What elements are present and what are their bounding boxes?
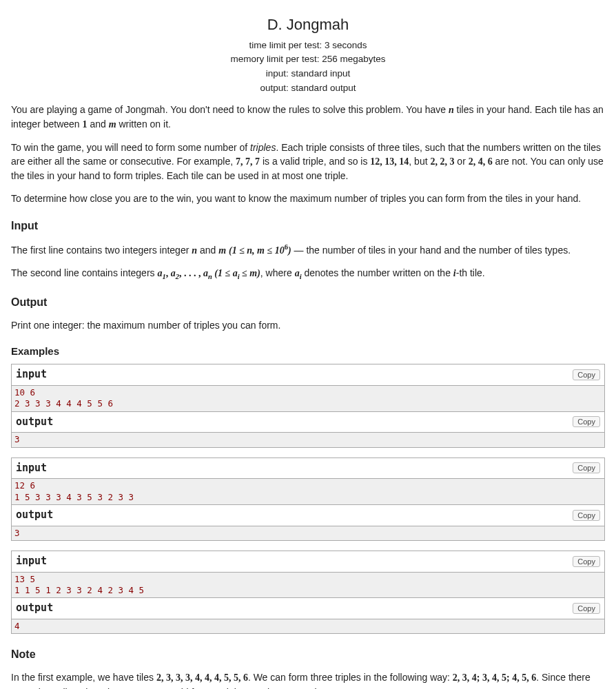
copy-button[interactable]: Copy <box>573 462 600 473</box>
input-header: inputCopy <box>11 551 605 573</box>
copy-button[interactable]: Copy <box>573 603 600 614</box>
input-heading: Input <box>11 218 605 234</box>
input-p1: The first line contains two integers int… <box>11 242 605 258</box>
input-body: 13 5 1 1 5 1 2 3 3 2 4 2 3 4 5 <box>11 573 605 599</box>
output-header: outputCopy <box>11 505 605 526</box>
input-body: 12 6 1 5 3 3 3 4 3 5 3 2 3 3 <box>11 479 605 505</box>
output-label: output <box>16 508 53 523</box>
example-block: inputCopy12 6 1 5 3 3 3 4 3 5 3 2 3 3out… <box>11 457 605 541</box>
copy-button[interactable]: Copy <box>573 416 600 427</box>
input-body: 10 6 2 3 3 3 4 4 4 5 5 6 <box>11 386 605 412</box>
input-label: input <box>16 367 47 382</box>
note-heading: Note <box>11 646 605 662</box>
memory-limit: memory limit per test: 256 megabytes <box>11 52 605 66</box>
input-file: input: standard input <box>11 67 605 81</box>
problem-title: D. Jongmah <box>11 14 605 36</box>
output-header: outputCopy <box>11 412 605 433</box>
output-header: outputCopy <box>11 598 605 619</box>
note-p1: In the first example, we have tiles 2, 3… <box>11 670 605 689</box>
copy-button[interactable]: Copy <box>573 369 600 380</box>
input-header: inputCopy <box>11 457 605 480</box>
statement-p2: To win the game, you will need to form s… <box>11 141 605 183</box>
example-block: inputCopy13 5 1 1 5 1 2 3 3 2 4 2 3 4 5o… <box>11 551 605 634</box>
output-file: output: standard output <box>11 81 605 95</box>
input-label: input <box>16 554 47 569</box>
input-header: inputCopy <box>11 364 605 386</box>
statement-p3: To determine how close you are to the wi… <box>11 192 605 205</box>
output-body: 3 <box>11 433 605 447</box>
copy-button[interactable]: Copy <box>573 510 600 521</box>
copy-button[interactable]: Copy <box>573 556 600 567</box>
problem-statement: You are playing a game of Jongmah. You d… <box>11 103 605 689</box>
problem-header: D. Jongmah time limit per test: 3 second… <box>11 14 605 94</box>
examples-heading: Examples <box>11 344 605 359</box>
output-label: output <box>16 415 53 430</box>
output-heading: Output <box>11 294 605 310</box>
input-label: input <box>16 461 47 476</box>
output-body: 3 <box>11 526 605 541</box>
output-p1: Print one integer: the maximum number of… <box>11 318 605 332</box>
input-p2: The second line contains integers a1, a2… <box>11 266 605 282</box>
time-limit: time limit per test: 3 seconds <box>11 39 605 52</box>
statement-p1: You are playing a game of Jongmah. You d… <box>11 103 605 132</box>
example-block: inputCopy10 6 2 3 3 3 4 4 4 5 5 6outputC… <box>11 364 605 447</box>
output-body: 4 <box>11 619 605 634</box>
output-label: output <box>16 601 53 616</box>
